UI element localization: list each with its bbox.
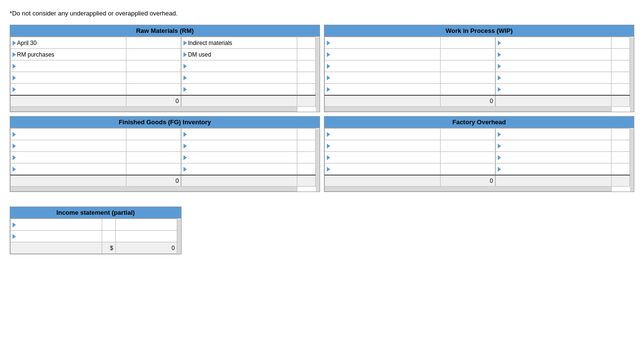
rm-row4-right-label <box>182 72 297 84</box>
fo-spacer-row <box>325 187 634 192</box>
rm-row3-left-label <box>11 60 126 72</box>
fg-section: Finished Goods (FG) Inventory <box>10 116 320 192</box>
table-row <box>325 152 634 163</box>
rm-spacer-row <box>11 107 320 112</box>
fg-spacer-row <box>11 187 320 192</box>
table-row <box>11 163 320 175</box>
table-row: April 30 Indirect materials <box>11 37 320 49</box>
fo-total-row: 0 <box>325 175 634 187</box>
factory-overhead-section: Factory Overhead <box>324 116 634 192</box>
rm-row3-left-val <box>126 60 181 72</box>
fg-table: 0 <box>10 128 320 192</box>
table-row: RM purchases DM used <box>11 49 320 60</box>
table-row <box>11 60 320 72</box>
rm-row1-right-val <box>297 37 316 49</box>
table-row <box>325 37 634 49</box>
rm-row4-left-val <box>126 72 181 84</box>
table-row <box>325 140 634 152</box>
table-row <box>11 140 320 152</box>
wip-title: Work in Process (WIP) <box>324 25 634 37</box>
rm-row3-right-label <box>182 60 297 72</box>
raw-materials-section: Raw Materials (RM) April 30 Indirect ma <box>10 25 320 112</box>
wip-section: Work in Process (WIP) <box>324 25 634 112</box>
rm-row5-right-val <box>297 84 316 95</box>
rm-row5-right-label <box>182 84 297 95</box>
fg-title: Finished Goods (FG) Inventory <box>10 117 320 128</box>
table-row <box>11 72 320 84</box>
rm-row3-right-val <box>297 60 316 72</box>
rm-total-right-val <box>297 95 316 107</box>
rm-total-row: 0 <box>11 95 320 107</box>
main-tables: Raw Materials (RM) April 30 Indirect ma <box>10 25 634 192</box>
rm-row4-right-val <box>297 72 316 84</box>
income-statement-table: $ 0 <box>10 219 181 254</box>
income-statement-title: Income statement (partial) <box>10 207 181 219</box>
raw-materials-title: Raw Materials (RM) <box>10 25 320 37</box>
income-row-2 <box>11 231 182 242</box>
bottom-row: Finished Goods (FG) Inventory <box>10 116 634 192</box>
rm-row4-left-label <box>11 72 126 84</box>
table-row <box>325 60 634 72</box>
rm-row1-right-label: Indirect materials <box>182 37 297 49</box>
income-total-row: $ 0 <box>11 242 182 254</box>
rm-total-left-val: 0 <box>126 95 181 107</box>
rm-row1-left-label: April 30 <box>11 37 126 49</box>
rm-row2-right-val <box>297 49 316 60</box>
factory-overhead-title: Factory Overhead <box>324 117 634 128</box>
rm-row2-left-label: RM purchases <box>11 49 126 60</box>
table-row <box>325 129 634 140</box>
rm-row2-left-val <box>126 49 181 60</box>
wip-table: 0 <box>324 37 634 112</box>
rm-row5-left-val <box>126 84 181 95</box>
rm-row5-left-label <box>11 84 126 95</box>
rm-total-left-label <box>11 95 126 107</box>
table-row <box>325 163 634 175</box>
rm-total-right-label <box>182 95 297 107</box>
wip-total-row: 0 <box>325 95 634 107</box>
table-row <box>325 49 634 60</box>
raw-materials-table: April 30 Indirect materials RM purchases… <box>10 37 320 112</box>
top-row: Raw Materials (RM) April 30 Indirect ma <box>10 25 634 112</box>
table-row <box>11 84 320 95</box>
note-text: *Do not consider any underapplied or ove… <box>10 10 634 17</box>
table-row <box>325 84 634 95</box>
table-row <box>11 152 320 163</box>
income-row-1 <box>11 219 182 231</box>
fg-total-row: 0 <box>11 175 320 187</box>
rm-row2-right-label: DM used <box>182 49 297 60</box>
factory-overhead-table: 0 <box>324 128 634 192</box>
income-statement-section: Income statement (partial) $ 0 <box>10 206 182 254</box>
rm-row1-left-val <box>126 37 181 49</box>
table-row <box>325 72 634 84</box>
wip-spacer-row <box>325 107 634 112</box>
table-row <box>11 129 320 140</box>
